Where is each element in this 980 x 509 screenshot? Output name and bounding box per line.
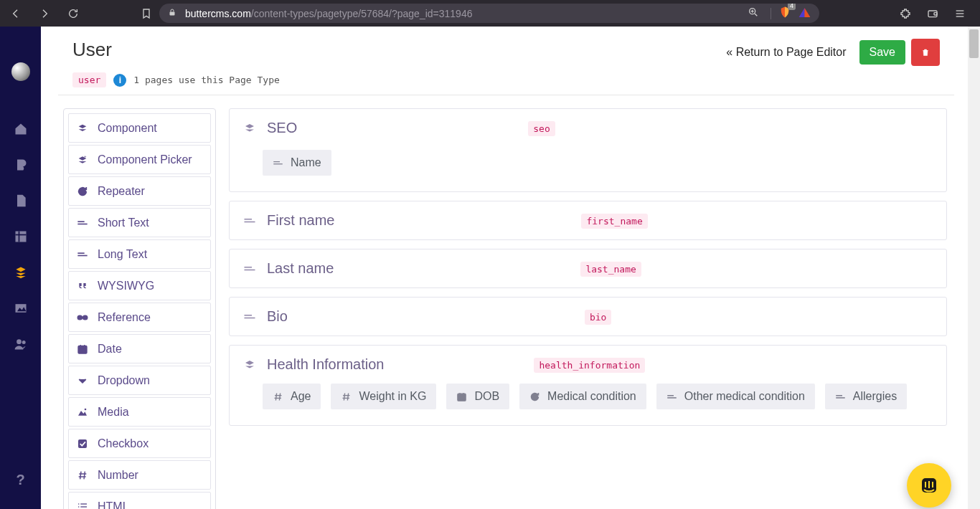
svg-rect-52 [245,317,255,318]
page-title: User [72,39,112,61]
child-medical-condition[interactable]: Medical condition [519,384,646,409]
palette-item-number[interactable]: Number [68,460,211,490]
short-text-icon [76,248,89,261]
field-child-name[interactable]: Name [263,150,331,176]
palette-item-component-picker[interactable]: +Component Picker [68,145,211,174]
menu-icon[interactable] [954,8,966,19]
field-first-name[interactable]: First name first_name [229,201,947,240]
field-last-name[interactable]: Last name last_name [229,249,947,288]
svg-rect-8 [928,11,937,17]
shield-count-badge: 4 [788,4,796,10]
short-text-icon [242,310,257,324]
extensions-icon[interactable] [900,8,911,19]
svg-rect-21 [77,221,84,222]
svg-line-55 [275,393,276,400]
layers-icon [242,358,257,372]
palette-item-date[interactable]: Date [68,334,211,363]
field-seo[interactable]: SEO seo Name [229,108,947,192]
delete-button[interactable] [911,39,940,66]
palette-item-component[interactable]: Component [68,113,211,143]
nav-users-icon[interactable] [13,336,29,352]
nav-collections-icon[interactable] [13,229,29,244]
svg-rect-51 [245,315,253,316]
back-button[interactable] [10,8,22,19]
layers-icon [242,121,257,135]
svg-rect-45 [273,161,280,162]
short-text-icon [242,262,257,276]
palette-item-checkbox[interactable]: Checkbox [68,429,211,458]
browser-toolbar: buttercms.com /content-types/pagetype/57… [0,0,980,27]
palette-item-long-text[interactable]: Long Text [68,239,211,269]
nav-media-icon[interactable] [13,300,29,316]
svg-rect-24 [77,255,87,256]
return-to-editor-link[interactable]: Return to Page Editor [726,46,846,59]
hash-icon [76,469,89,482]
intercom-launcher[interactable] [907,463,951,508]
palette-item-wysiwyg[interactable]: WYSIWYG [68,271,211,300]
link-icon [76,311,89,324]
info-icon[interactable]: i [113,74,126,87]
child-other-medical-condition[interactable]: Other medical condition [656,384,815,409]
field-slug: seo [528,121,555,136]
short-text-icon [242,214,257,228]
list-icon [76,500,89,510]
palette-item-repeater[interactable]: Repeater [68,176,211,206]
svg-rect-50 [245,269,255,270]
svg-rect-48 [245,221,255,222]
date-icon [76,343,89,356]
page-type-slug: user [72,72,106,87]
avatar[interactable] [11,62,30,81]
child-dob[interactable]: DOB [446,384,509,409]
nav-help-icon[interactable]: ? [13,472,29,487]
nav-pages-icon[interactable] [13,193,29,209]
field-health-information[interactable]: Health Information health_information Ag… [229,345,947,426]
child-age[interactable]: Age [263,384,321,409]
forward-button[interactable] [39,8,50,19]
palette-item-short-text[interactable]: Short Text [68,208,211,237]
svg-rect-68 [836,397,845,399]
layers-icon [76,122,89,135]
zoom-icon[interactable] [748,6,759,20]
svg-rect-61 [458,394,466,401]
svg-rect-0 [170,12,175,16]
check-icon [76,437,89,450]
scrollbar[interactable] [968,27,980,509]
svg-rect-66 [667,397,677,399]
nav-content-types-icon[interactable] [13,265,29,280]
child-weight-in-kg[interactable]: Weight in KG [331,384,436,409]
lock-icon [168,7,176,19]
svg-point-19 [22,341,25,344]
short-text-icon [76,217,89,229]
brave-rewards-icon[interactable] [798,7,811,20]
save-button[interactable]: Save [859,40,905,65]
brave-shield-icon[interactable]: 4 [778,6,791,21]
hash-icon [341,391,352,402]
palette-item-dropdown[interactable]: Dropdown [68,366,211,395]
reload-button[interactable] [67,8,79,19]
palette-item-reference[interactable]: Reference [68,303,211,332]
field-label: Last name [267,260,334,277]
svg-rect-49 [245,267,253,268]
svg-rect-46 [273,163,283,164]
usage-text: 1 pages use this Page Type [133,75,280,85]
svg-rect-70 [925,482,926,487]
field-bio[interactable]: Bio bio [229,297,947,336]
url-path: /content-types/pagetype/57684/?page_id=3… [251,8,473,19]
wallet-icon[interactable] [927,8,938,19]
field-slug: bio [585,310,611,325]
nav-home-icon[interactable] [13,121,29,137]
bookmark-icon[interactable] [141,8,152,19]
svg-line-4 [755,14,757,16]
child-allergies[interactable]: Allergies [825,384,907,409]
image-icon [76,406,89,419]
address-bar[interactable]: buttercms.com /content-types/pagetype/57… [159,4,819,23]
repeat-icon [529,391,540,402]
field-slug: health_information [534,358,645,373]
palette-item-html[interactable]: HTML [68,492,211,509]
nav-blog-icon[interactable] [13,157,29,173]
svg-rect-39 [78,503,79,504]
chevron-down-icon [76,374,89,387]
palette-item-media[interactable]: Media [68,397,211,427]
date-icon [456,391,467,402]
svg-line-37 [80,471,81,479]
